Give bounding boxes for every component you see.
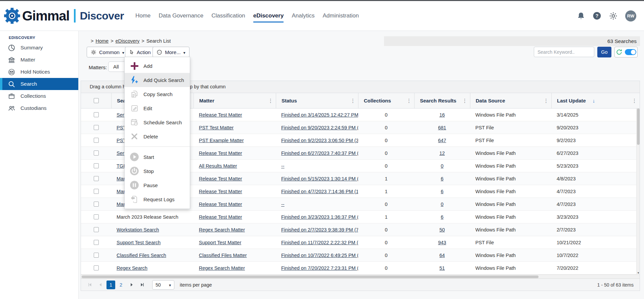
matter-link[interactable]: PST Test Matter: [199, 125, 233, 130]
scroll-down-arrow-icon[interactable]: [637, 271, 640, 274]
status-link[interactable]: Finished on 7/20/2022 7:23:31 PM (22: [281, 265, 358, 271]
search-name-link[interactable]: Classified Files Search: [117, 253, 166, 258]
nav-item-analytics[interactable]: Analytics: [292, 10, 314, 21]
menu-item-add[interactable]: Add: [125, 59, 190, 73]
row-checkbox[interactable]: [94, 227, 99, 232]
nav-item-administration[interactable]: Administration: [323, 10, 359, 21]
status-link[interactable]: Finished on 10/7/2022 6:49:25 PM (5 M: [281, 253, 358, 258]
status-link[interactable]: Finished on 5/15/2023 1:30:14 PM (58: [281, 176, 358, 181]
status-link[interactable]: --: [281, 202, 285, 207]
sidebar-item-custodians[interactable]: Custodians: [0, 102, 78, 114]
matter-link[interactable]: Release Test Matter: [199, 112, 242, 118]
page-2-button[interactable]: 2: [117, 281, 125, 289]
search-name-link[interactable]: Regex Search: [117, 265, 147, 271]
nav-item-classification[interactable]: Classification: [212, 10, 245, 21]
column-header-last-update[interactable]: Last Update: [551, 93, 640, 108]
sidebar-item-search[interactable]: Search: [0, 78, 78, 90]
settings-gear-icon[interactable]: [609, 11, 618, 20]
search-name-link[interactable]: Mar: [117, 202, 125, 207]
column-menu-icon[interactable]: [632, 98, 637, 104]
matter-link[interactable]: Release Test Matter: [199, 176, 242, 181]
status-link[interactable]: Finished on 4/7/2023 7:14:36 PM (14 M: [281, 189, 358, 194]
column-header-data-source[interactable]: Data Source: [470, 93, 551, 108]
nav-item-ediscovery[interactable]: eDiscovery: [253, 10, 284, 21]
search-results-link[interactable]: 50: [439, 227, 445, 232]
sidebar-item-summary[interactable]: Summary: [0, 42, 78, 54]
search-results-link[interactable]: 0: [441, 202, 443, 207]
row-checkbox[interactable]: [94, 202, 99, 207]
search-results-link[interactable]: 64: [439, 253, 445, 258]
menu-item-stop[interactable]: Stop: [125, 164, 190, 178]
search-results-link[interactable]: 6: [441, 176, 443, 181]
search-results-link[interactable]: 943: [438, 240, 446, 245]
status-link[interactable]: Finished on 11/7/2022 2:22:32 PM (1 H: [281, 240, 358, 245]
column-header-matter[interactable]: Matter: [194, 93, 276, 108]
search-results-link[interactable]: 16: [439, 112, 445, 118]
sidebar-item-collections[interactable]: Collections: [0, 90, 78, 102]
status-link[interactable]: Finished on 2/7/2023 9:38:39 PM (7 Mi: [281, 227, 358, 232]
menu-item-edit[interactable]: Edit: [125, 101, 190, 115]
menu-item-start[interactable]: Start: [125, 150, 190, 164]
breadcrumb-ediscovery[interactable]: eDiscovery: [116, 38, 140, 44]
row-checkbox[interactable]: [94, 163, 99, 168]
search-results-link[interactable]: 6: [441, 189, 443, 194]
column-header-collections[interactable]: Collections: [358, 93, 414, 108]
search-name-link[interactable]: Support Test Search: [117, 240, 161, 245]
breadcrumb-home[interactable]: Home: [95, 38, 109, 44]
matter-link[interactable]: Regex Search Matter: [199, 227, 245, 232]
user-avatar[interactable]: RW: [625, 10, 636, 22]
column-menu-icon[interactable]: [462, 98, 467, 104]
status-link[interactable]: --: [281, 163, 285, 169]
search-name-link[interactable]: Workstation Search: [117, 227, 159, 232]
go-button[interactable]: Go: [597, 47, 611, 57]
column-menu-icon[interactable]: [268, 98, 273, 104]
row-checkbox[interactable]: [94, 265, 99, 270]
status-link[interactable]: Finished on 9/2/2023 3:06:50 PM (34 M: [281, 138, 358, 143]
row-checkbox[interactable]: [94, 214, 99, 219]
matter-link[interactable]: Release Test Matter: [199, 214, 242, 220]
row-checkbox[interactable]: [94, 176, 99, 181]
search-name-link[interactable]: Sen: [117, 112, 125, 118]
row-checkbox[interactable]: [94, 240, 99, 245]
row-checkbox[interactable]: [94, 112, 99, 117]
matter-link[interactable]: PST Example Matter: [199, 138, 244, 143]
status-link[interactable]: Finished on 9/20/2023 2:24:59 PM (57: [281, 125, 358, 130]
row-checkbox[interactable]: [94, 125, 99, 130]
page-size-dropdown[interactable]: 50: [152, 280, 174, 290]
search-name-link[interactable]: Mar: [117, 189, 125, 194]
status-link[interactable]: Finished on 3/14/2025 12:42:27 PM (19: [281, 112, 358, 118]
notifications-bell-icon[interactable]: [577, 11, 585, 20]
common-button[interactable]: Common: [87, 47, 128, 57]
search-results-link[interactable]: 647: [438, 138, 446, 143]
horizontal-scrollbar-thumb[interactable]: [82, 275, 539, 278]
nav-item-home[interactable]: Home: [135, 10, 151, 21]
page-1-button[interactable]: 1: [106, 281, 115, 289]
matter-link[interactable]: Support Test Matter: [199, 240, 241, 245]
matter-link[interactable]: Release Test Matter: [199, 189, 242, 194]
status-link[interactable]: Finished on 6/27/2023 7:40:37 PM (6 M: [281, 151, 358, 156]
matter-link[interactable]: Classified Files Matter: [199, 253, 247, 258]
first-page-button[interactable]: [85, 281, 94, 289]
row-checkbox[interactable]: [94, 151, 99, 156]
matter-link[interactable]: Regex Search Matter: [199, 265, 245, 271]
vertical-scrollbar[interactable]: [636, 109, 640, 274]
search-results-link[interactable]: 6: [441, 214, 443, 220]
column-menu-icon[interactable]: [406, 98, 412, 104]
sidebar-item-matter[interactable]: Matter: [0, 54, 78, 66]
more-button[interactable]: More...: [153, 47, 189, 57]
column-menu-icon[interactable]: [350, 98, 355, 104]
search-results-link[interactable]: 51: [439, 265, 445, 271]
sidebar-item-hold-notices[interactable]: Hold Notices: [0, 66, 78, 78]
matter-link[interactable]: Release Test Matter: [199, 202, 242, 207]
menu-item-pause[interactable]: Pause: [125, 178, 190, 192]
column-menu-icon[interactable]: [544, 98, 549, 104]
menu-item-delete[interactable]: Delete: [125, 129, 190, 143]
column-header-search-results[interactable]: Search Results: [414, 93, 470, 108]
matter-link[interactable]: All Results Matter: [199, 163, 237, 169]
horizontal-scrollbar[interactable]: [81, 274, 640, 279]
vertical-scrollbar-thumb[interactable]: [637, 109, 640, 145]
menu-item-add-quick-search[interactable]: Add Quick Search: [125, 73, 190, 87]
row-checkbox[interactable]: [94, 138, 99, 143]
refresh-icon[interactable]: [616, 49, 622, 55]
search-results-link[interactable]: 681: [438, 125, 446, 130]
